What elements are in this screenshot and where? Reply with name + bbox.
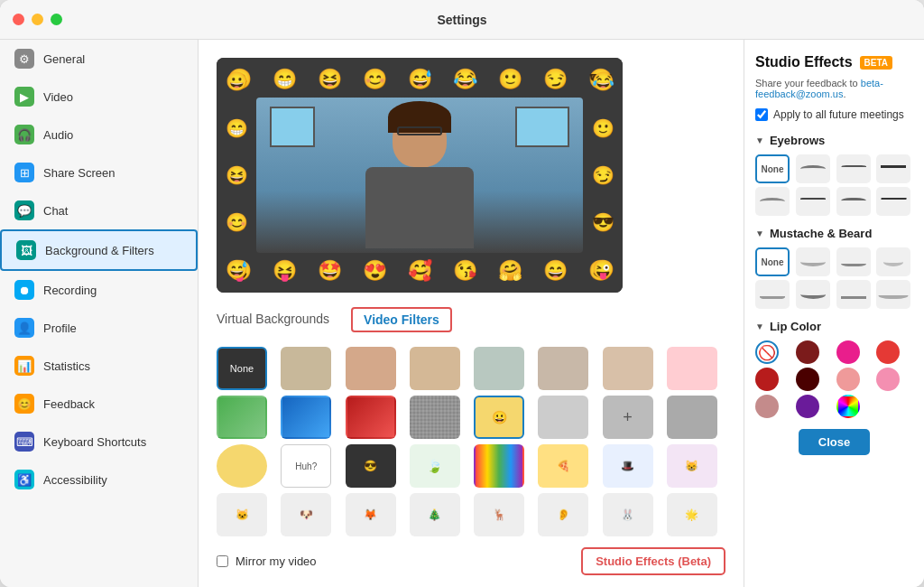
lip-color-darkred[interactable] <box>796 340 819 364</box>
window-controls <box>13 14 62 25</box>
minimize-window-button[interactable] <box>32 14 43 25</box>
mustache-none[interactable]: None <box>755 247 790 276</box>
filter-16[interactable] <box>217 444 267 488</box>
sidebar-label-audio: Audio <box>43 128 73 142</box>
lip-chevron: ▼ <box>755 321 764 331</box>
filter-none[interactable]: None <box>217 347 267 390</box>
eyebrow-none[interactable]: None <box>755 154 790 183</box>
emoji-left-col: 😀😁😆😊😅 <box>217 58 256 293</box>
close-button[interactable]: Close <box>799 429 870 455</box>
eyebrow-5[interactable] <box>796 187 830 216</box>
filter-24[interactable]: 🐱 <box>217 493 267 536</box>
keyboard-icon: ⌨ <box>14 432 34 452</box>
filter-4[interactable] <box>474 347 524 390</box>
filter-28[interactable]: 🦌 <box>474 493 524 536</box>
sidebar-item-accessibility[interactable]: ♿ Accessibility <box>0 461 198 498</box>
filter-15[interactable] <box>667 396 717 439</box>
filter-5[interactable] <box>538 347 588 390</box>
lip-color-section-header[interactable]: ▼ Lip Color <box>755 320 913 333</box>
sidebar-item-feedback[interactable]: 😊 Feedback <box>0 385 198 423</box>
apply-label: Apply to all future meetings <box>773 108 904 121</box>
sidebar-item-share-screen[interactable]: ⊞ Share Screen <box>0 154 198 191</box>
filter-3[interactable] <box>410 347 460 390</box>
tab-virtual-backgrounds[interactable]: Virtual Backgrounds <box>217 312 329 328</box>
filter-14[interactable]: + <box>603 396 653 439</box>
filter-29[interactable]: 👂 <box>538 493 588 536</box>
sidebar-item-statistics[interactable]: 📊 Statistics <box>0 347 198 385</box>
sidebar-item-general[interactable]: ⚙ General <box>0 40 198 78</box>
eyebrow-1[interactable] <box>796 154 830 183</box>
filter-9[interactable] <box>281 396 331 439</box>
sidebar-item-video[interactable]: ▶ Video <box>0 78 198 116</box>
filter-grid-row3: Huh? 😎 🍃 🍕 🎩 😸 <box>217 444 725 488</box>
lip-color-rainbow[interactable] <box>836 395 860 418</box>
lip-color-crimson[interactable] <box>755 368 779 391</box>
mustache-5[interactable] <box>796 280 830 309</box>
filter-25[interactable]: 🐶 <box>281 493 331 536</box>
mirror-label: Mirror my video <box>236 554 317 568</box>
close-window-button[interactable] <box>13 14 24 25</box>
lip-color-purple[interactable] <box>796 395 819 418</box>
maximize-window-button[interactable] <box>51 14 62 25</box>
mustache-3[interactable] <box>876 247 910 276</box>
lip-color-rose[interactable] <box>876 368 900 391</box>
eyebrow-2[interactable] <box>836 154 871 183</box>
studio-effects-button[interactable]: Studio Effects (Beta) <box>581 547 725 575</box>
sidebar-item-audio[interactable]: 🎧 Audio <box>0 116 198 154</box>
mustache-section-header[interactable]: ▼ Mustache & Beard <box>755 227 913 240</box>
sidebar-item-profile[interactable]: 👤 Profile <box>0 309 198 347</box>
lip-color-pink[interactable] <box>836 340 860 364</box>
eyebrow-4[interactable] <box>755 187 790 216</box>
filter-27[interactable]: 🎄 <box>410 493 460 536</box>
content-area: ⚙ General ▶ Video 🎧 Audio ⊞ Share Screen… <box>0 40 924 587</box>
filter-2[interactable] <box>346 347 396 390</box>
lip-color-maroon[interactable] <box>796 368 819 391</box>
mustache-4[interactable] <box>755 280 790 309</box>
eyebrows-section-header[interactable]: ▼ Eyebrows <box>755 134 913 147</box>
mirror-checkbox[interactable] <box>217 555 228 567</box>
filter-10[interactable] <box>346 396 396 439</box>
filter-12-emoji[interactable]: 😀 <box>474 396 524 439</box>
sidebar-label-recording: Recording <box>43 284 97 297</box>
filter-30[interactable]: 🐰 <box>603 493 653 536</box>
filter-18[interactable]: 😎 <box>346 444 396 488</box>
lip-color-mauve[interactable] <box>755 395 779 418</box>
filter-11[interactable] <box>410 396 460 439</box>
sidebar-item-chat[interactable]: 💬 Chat <box>0 191 198 229</box>
filter-6[interactable] <box>603 347 653 390</box>
sidebar-label-feedback: Feedback <box>43 397 95 411</box>
filter-20[interactable] <box>474 444 524 488</box>
sidebar-item-background-filters[interactable]: 🖼 Background & Filters <box>0 229 198 271</box>
eyebrow-6[interactable] <box>836 187 871 216</box>
lip-color-red[interactable] <box>876 340 900 364</box>
filter-19[interactable]: 🍃 <box>410 444 460 488</box>
filter-13[interactable] <box>538 396 588 439</box>
eyebrow-3[interactable] <box>876 154 910 183</box>
mustache-7[interactable] <box>876 280 910 309</box>
filter-1[interactable] <box>281 347 331 390</box>
mustache-2[interactable] <box>836 247 871 276</box>
apply-checkbox[interactable] <box>755 108 768 121</box>
video-preview: 😀😁😆😊😅😂🙂😏😎 😜😝🤩😍🥰😘🤗😄😃 😀😁😆😊😅 😂🙂😏😎😜 <box>217 58 623 293</box>
mustache-1[interactable] <box>796 247 830 276</box>
tab-video-filters[interactable]: Video Filters <box>351 307 452 332</box>
filter-26[interactable]: 🦊 <box>346 493 396 536</box>
sidebar-label-share-screen: Share Screen <box>43 166 116 180</box>
lip-color-lightpink[interactable] <box>836 368 860 391</box>
eyebrow-7[interactable] <box>876 187 910 216</box>
filter-8[interactable] <box>217 396 267 439</box>
sidebar-item-recording[interactable]: ⏺ Recording <box>0 271 198 309</box>
filter-21[interactable]: 🍕 <box>538 444 588 488</box>
apply-row: Apply to all future meetings <box>755 108 913 121</box>
filter-31[interactable]: 🌟 <box>667 493 717 536</box>
beta-badge: BETA <box>860 56 892 70</box>
filter-17[interactable]: Huh? <box>281 444 331 488</box>
filter-23[interactable]: 😸 <box>667 444 717 488</box>
filter-7[interactable] <box>667 347 717 390</box>
filter-22[interactable]: 🎩 <box>603 444 653 488</box>
eyebrows-title: Eyebrows <box>770 134 825 147</box>
window-bg2 <box>270 107 315 147</box>
mustache-6[interactable] <box>836 280 871 309</box>
lip-color-none[interactable]: 🚫 <box>755 340 779 364</box>
sidebar-item-keyboard-shortcuts[interactable]: ⌨ Keyboard Shortcuts <box>0 423 198 461</box>
